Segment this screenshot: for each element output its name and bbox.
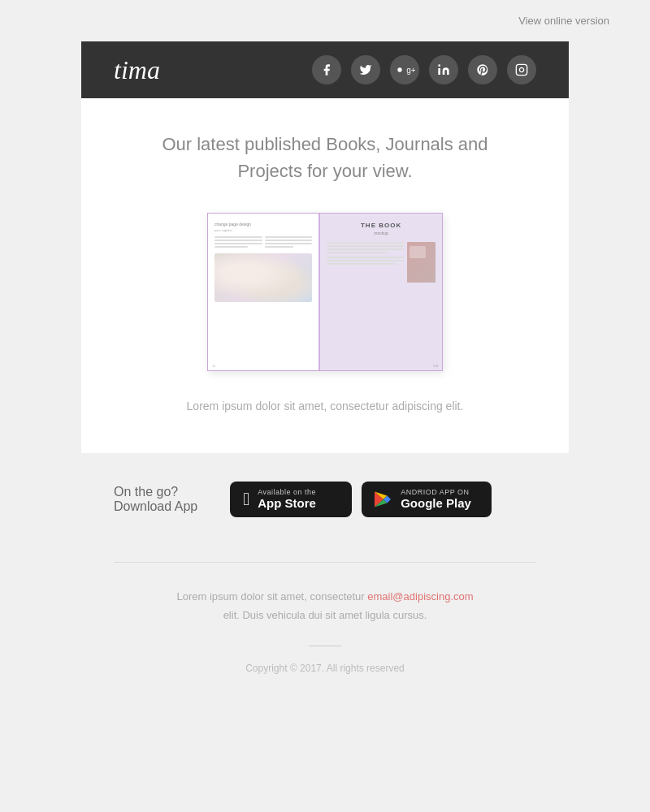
google-play-available: ANDRIOD APP ON (401, 488, 471, 496)
book-text-columns (214, 236, 312, 249)
book-subtitle: mockup (327, 231, 436, 235)
logo: tima (114, 55, 160, 85)
top-bar: View online version (0, 0, 650, 41)
facebook-icon[interactable] (312, 55, 341, 84)
social-icons-group: g+ (312, 55, 536, 84)
download-text: On the go? Download App (114, 485, 197, 514)
svg-point-0 (438, 64, 440, 67)
app-store-name: App Store (258, 496, 316, 511)
google-play-name: Google Play (401, 496, 471, 511)
download-section: On the go? Download App  Available on t… (81, 453, 569, 546)
book-right-content (327, 242, 436, 283)
footer-line (309, 646, 341, 646)
app-buttons-group:  Available on the App Store ANDRIOD APP… (230, 482, 492, 517)
footer-email-link[interactable]: email@adipiscing.com (367, 590, 473, 603)
book-mockup-container: change page design your caption (114, 213, 536, 371)
footer: Lorem ipsum dolor sit amet, consectetur … (81, 546, 569, 698)
twitter-icon[interactable] (351, 55, 380, 84)
linkedin-icon[interactable] (429, 55, 458, 84)
app-store-button[interactable]:  Available on the App Store (230, 482, 352, 517)
app-store-text: Available on the App Store (258, 488, 316, 511)
book-page-num-left: 44 (212, 364, 215, 368)
footer-text-before-email: Lorem ipsum dolor sit amet, consectetur (176, 590, 364, 603)
footer-text: Lorem ipsum dolor sit amet, consectetur … (114, 587, 536, 625)
book-mockup: change page design your caption (207, 213, 443, 371)
book-page-subtitle: your caption (214, 228, 312, 232)
google-play-text: ANDRIOD APP ON Google Play (401, 488, 471, 511)
book-right-page: THE BOOK mockup 514 (320, 214, 442, 370)
copyright-text: Copyright © 2017. All rights reserved (114, 663, 536, 698)
google-play-icon (373, 490, 392, 509)
book-image (214, 253, 312, 302)
main-content: Our latest published Books, Journals and… (81, 98, 569, 453)
pinterest-icon[interactable] (468, 55, 497, 84)
apple-icon:  (243, 490, 249, 508)
app-store-available: Available on the (258, 488, 316, 496)
google-play-button[interactable]: ANDRIOD APP ON Google Play (362, 482, 492, 517)
instagram-icon[interactable] (507, 55, 536, 84)
book-page-num-right: 514 (433, 364, 438, 368)
footer-text-after-email: elit. Duis vehicula dui sit amet ligula … (223, 609, 427, 621)
book-left-page: change page design your caption (208, 214, 320, 370)
download-heading1: On the go? (114, 485, 197, 499)
footer-divider (114, 562, 536, 563)
svg-rect-1 (516, 64, 526, 75)
headline: Our latest published Books, Journals and… (114, 131, 536, 184)
header: tima g+ (81, 41, 569, 98)
book-title: THE BOOK (327, 222, 436, 229)
book-page-title: change page design (214, 222, 312, 227)
lorem-paragraph: Lorem ipsum dolor sit amet, consectetur … (114, 400, 536, 412)
googleplus-icon[interactable]: g+ (390, 55, 419, 84)
view-online-link[interactable]: View online version (518, 15, 609, 27)
book-right-image (407, 242, 436, 283)
download-heading2: Download App (114, 499, 197, 514)
